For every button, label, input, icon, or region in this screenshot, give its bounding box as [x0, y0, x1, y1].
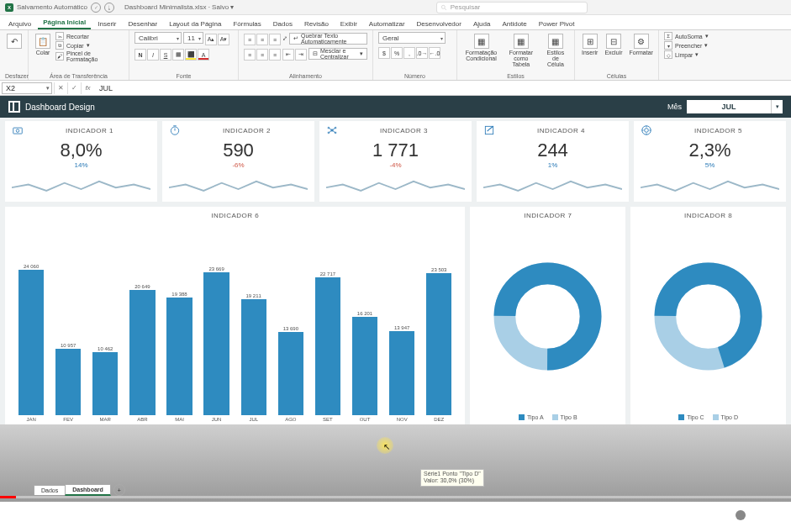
bar-ago: 13 690AGO [273, 326, 308, 422]
sheet-tab-dados[interactable]: Dados [34, 485, 66, 495]
bar-value-label: 20 649 [134, 284, 150, 289]
dashboard-header: Dashboard Design Mês JUL ▾ [0, 96, 791, 118]
kpi-delta: 14% [12, 161, 150, 169]
align-top-button[interactable]: ≡ [244, 34, 256, 45]
merge-icon: ⊟ [313, 50, 318, 57]
sheet-tab-dashboard[interactable]: Dashboard [65, 484, 111, 496]
ribbon-tab-layout-da-página[interactable]: Layout da Página [164, 18, 226, 29]
captions-button[interactable] [761, 506, 779, 524]
bar-dez: 23 503DEZ [421, 267, 456, 422]
number-format-select[interactable]: Geral [378, 32, 446, 44]
search-input[interactable]: Pesquisar [436, 2, 588, 13]
bar-rect [55, 349, 81, 415]
ribbon-tabs: ArquivoPágina InicialInserirDesenharLayo… [0, 15, 791, 30]
save-icon[interactable]: ⭳ [104, 3, 114, 13]
inc-decimal-button[interactable]: .0→ [416, 47, 428, 59]
confirm-formula-button[interactable]: ✓ [67, 82, 81, 94]
kpi-delta: 1% [483, 161, 622, 169]
month-dropdown-icon[interactable]: ▾ [771, 100, 783, 113]
align-center-button[interactable]: ≡ [256, 49, 268, 61]
copy-button[interactable]: ⧉Copiar ▾ [55, 41, 124, 50]
fill-button[interactable]: ▾Preencher ▾ [664, 41, 709, 50]
kpi-value: 2,3% [641, 140, 779, 161]
merge-center-button[interactable]: ⊟Mesclar e Centralizar ▾ [308, 48, 367, 60]
play-button[interactable] [12, 506, 30, 524]
styles-group-label: Estilos [462, 73, 569, 80]
ribbon-tab-inserir[interactable]: Inserir [92, 18, 121, 29]
format-painter-button[interactable]: 🖌Pincel de Formatação [55, 50, 124, 62]
clear-button[interactable]: ◇Limpar ▾ [664, 50, 709, 59]
bar-value-label: 13 947 [394, 325, 409, 330]
align-bottom-button[interactable]: ≡ [269, 34, 281, 45]
paste-button[interactable]: 📋Colar [34, 32, 52, 57]
autosum-button[interactable]: ΣAutoSoma ▾ [664, 32, 709, 40]
border-button[interactable]: ▦ [172, 49, 184, 61]
ribbon-tab-automatizar[interactable]: Automatizar [364, 18, 410, 29]
svg-point-3 [16, 129, 19, 133]
volume-button[interactable] [76, 506, 94, 524]
ribbon-tab-página-inicial[interactable]: Página Inicial [38, 16, 91, 29]
wrap-text-button[interactable]: ↵Quebrar Texto Automaticamente [289, 33, 367, 45]
kpi-sparkline [12, 169, 150, 200]
conditional-formatting-button[interactable]: ▦Formatação Condicional [462, 32, 500, 63]
orientation-button[interactable]: ⤢ [282, 35, 287, 42]
name-box[interactable]: X2 [2, 82, 52, 94]
ribbon-tab-desenhar[interactable]: Desenhar [124, 18, 163, 29]
comma-button[interactable]: , [403, 47, 415, 59]
format-as-table-button[interactable]: ▦Formatar como Tabela [504, 32, 539, 69]
align-right-button[interactable]: ≡ [269, 49, 281, 61]
align-left-button[interactable]: ≡ [244, 49, 256, 61]
format-cells-button[interactable]: ⚙Formatar [627, 32, 654, 57]
insert-function-button[interactable]: fx [81, 82, 94, 94]
grow-font-button[interactable]: A▴ [205, 34, 217, 45]
autosave-toggle-icon[interactable]: ✓ [91, 3, 101, 13]
align-mid-button[interactable]: ≡ [256, 34, 268, 45]
font-name-select[interactable]: Calibri [134, 32, 182, 44]
bold-button[interactable]: N [134, 49, 146, 61]
shrink-font-button[interactable]: A▾ [218, 34, 229, 45]
month-select[interactable]: JUL [687, 100, 771, 113]
cut-button[interactable]: ✂Recortar [55, 32, 124, 40]
indicator8-legend: Tipo C Tipo D [639, 411, 778, 422]
kpi-card-5: INDICADOR 52,3%5% [634, 121, 786, 202]
insert-cells-button[interactable]: ⊞Inserir [580, 32, 599, 57]
ribbon-tab-arquivo[interactable]: Arquivo [3, 18, 36, 29]
currency-button[interactable]: $ [378, 47, 390, 59]
ribbon-tab-exibir[interactable]: Exibir [335, 18, 362, 29]
delete-cells-button[interactable]: ⊟Excluir [603, 32, 624, 57]
font-size-select[interactable]: 11 [183, 32, 203, 44]
ribbon-tab-revisão[interactable]: Revisão [299, 18, 334, 29]
ribbon-tab-dados[interactable]: Dados [268, 18, 298, 29]
ribbon-tab-desenvolvedor[interactable]: Desenvolvedor [412, 18, 467, 29]
ribbon-tab-antidote[interactable]: Antidote [497, 18, 531, 29]
ribbon-tab-power-pivot[interactable]: Power Pivot [534, 18, 580, 29]
kpi-icon [326, 124, 338, 136]
ribbon-tab-ajuda[interactable]: Ajuda [468, 18, 495, 29]
svg-point-4 [171, 127, 178, 134]
bar-value-label: 19 211 [246, 293, 261, 298]
cancel-formula-button[interactable]: ✕ [54, 82, 67, 94]
italic-button[interactable]: I [147, 49, 159, 61]
percent-button[interactable]: % [391, 47, 403, 59]
bar-category-label: ABR [137, 417, 147, 422]
new-sheet-button[interactable]: + [113, 484, 125, 496]
font-color-button[interactable]: A [198, 49, 209, 61]
svg-rect-19 [770, 517, 775, 519]
autoplay-toggle[interactable] [719, 508, 747, 522]
fill-color-button[interactable]: ⬛ [185, 49, 197, 61]
ribbon-tab-fórmulas[interactable]: Fórmulas [228, 18, 266, 29]
undo-button[interactable]: ↶ [5, 32, 24, 50]
underline-button[interactable]: S [160, 49, 171, 61]
kpi-sparkline [641, 169, 779, 200]
bar-rect [389, 331, 414, 415]
kpi-value: 244 [483, 140, 622, 161]
formula-bar: X2 ✕ ✓ fx JUL [0, 81, 791, 96]
indent-dec-button[interactable]: ⇤ [282, 49, 294, 61]
indent-inc-button[interactable]: ⇥ [295, 49, 307, 61]
bar-set: 22 717SET [310, 271, 345, 422]
formula-input[interactable]: JUL [94, 84, 791, 92]
next-button[interactable] [44, 506, 62, 524]
bar-category-label: MAR [100, 417, 111, 422]
dec-decimal-button[interactable]: ←.0 [429, 47, 440, 59]
cell-styles-button[interactable]: ▦Estilos de Célula [542, 32, 569, 69]
